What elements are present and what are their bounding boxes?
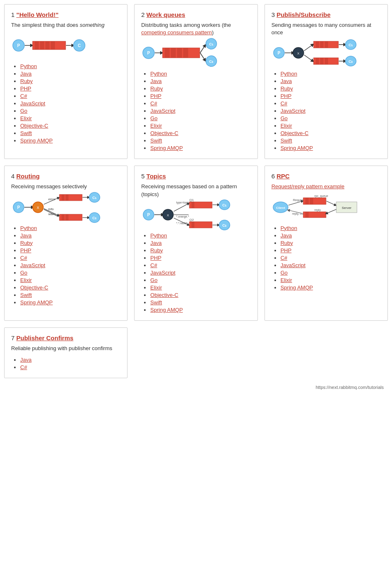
svg-rect-62: [66, 214, 68, 220]
lang-link-springamqp[interactable]: Spring AMQP: [150, 145, 183, 151]
lang-link-python[interactable]: Python: [281, 71, 297, 77]
lang-link-java[interactable]: Java: [20, 357, 31, 363]
card-title-link[interactable]: Work queues: [146, 11, 185, 18]
svg-text:C: C: [78, 43, 80, 48]
lang-link-elixir[interactable]: Elixir: [150, 284, 162, 291]
lang-list-5: PythonJavaRubyPHPC#JavaScriptGoElixirObj…: [141, 232, 250, 313]
lang-link-elixir[interactable]: Elixir: [150, 123, 162, 129]
list-item: PHP: [20, 247, 120, 254]
lang-link-ruby[interactable]: Ruby: [150, 85, 163, 92]
lang-link-swift[interactable]: Swift: [20, 130, 32, 136]
svg-rect-37: [316, 58, 319, 64]
lang-link-java[interactable]: Java: [281, 78, 292, 84]
lang-link-elixir[interactable]: Elixir: [20, 277, 32, 283]
lang-link-c[interactable]: C#: [281, 255, 288, 261]
lang-link-springamqp[interactable]: Spring AMQP: [150, 307, 183, 313]
list-item: Objective-C: [150, 130, 250, 136]
lang-link-c[interactable]: C#: [150, 100, 157, 107]
lang-link-springamqp[interactable]: Spring AMQP: [20, 137, 53, 144]
rpc-link[interactable]: Request/reply pattern example: [272, 183, 345, 190]
lang-link-javascript[interactable]: JavaScript: [20, 262, 45, 268]
lang-link-objectivec[interactable]: Objective-C: [150, 130, 178, 136]
lang-link-python[interactable]: Python: [150, 232, 167, 239]
svg-rect-61: [61, 214, 64, 220]
card-title-link[interactable]: RPC: [276, 173, 290, 180]
lang-link-python[interactable]: Python: [150, 71, 167, 77]
lang-link-python[interactable]: Python: [20, 225, 37, 231]
lang-link-swift[interactable]: Swift: [20, 292, 32, 298]
lang-link-javascript[interactable]: JavaScript: [150, 108, 175, 114]
lang-link-javascript[interactable]: JavaScript: [20, 100, 45, 107]
lang-link-ruby[interactable]: Ruby: [281, 240, 293, 246]
lang-link-objectivec[interactable]: Objective-C: [20, 284, 48, 291]
list-item: C#: [281, 100, 381, 107]
lang-link-go[interactable]: Go: [20, 108, 27, 114]
list-item: PHP: [281, 92, 381, 99]
lang-link-ruby[interactable]: Ruby: [20, 78, 33, 84]
lang-link-springamqp[interactable]: Spring AMQP: [20, 299, 53, 306]
lang-link-c[interactable]: C#: [281, 100, 288, 107]
lang-link-php[interactable]: PHP: [150, 93, 161, 99]
lang-link-php[interactable]: PHP: [281, 247, 292, 254]
lang-link-elixir[interactable]: Elixir: [20, 115, 32, 121]
lang-link-java[interactable]: Java: [20, 232, 31, 239]
lang-link-go[interactable]: Go: [150, 115, 157, 121]
lang-link-java[interactable]: Java: [150, 78, 161, 84]
lang-link-elixir[interactable]: Elixir: [281, 277, 292, 283]
empty-cell: [264, 327, 388, 378]
list-item: C#: [150, 100, 250, 107]
lang-link-java[interactable]: Java: [150, 240, 161, 246]
card-title-link[interactable]: Publish/Subscribe: [276, 11, 331, 18]
lang-link-php[interactable]: PHP: [281, 93, 292, 99]
card-number: 5: [141, 173, 146, 180]
lang-link-php[interactable]: PHP: [150, 255, 161, 261]
card-5: 5 Topics Receiving messages based on a p…: [134, 166, 257, 320]
lang-link-go[interactable]: Go: [20, 270, 27, 276]
card-1: 1 "Hello World!" The simplest thing that…: [4, 4, 128, 159]
list-item: Go: [281, 269, 381, 276]
svg-text:Request: Request: [293, 199, 304, 202]
lang-link-c[interactable]: C#: [20, 255, 27, 261]
lang-link-objectivec[interactable]: Objective-C: [20, 123, 48, 129]
card-title-link[interactable]: Topics: [146, 173, 166, 180]
card-title-link[interactable]: Publisher Confirms: [17, 334, 73, 341]
list-item: PHP: [150, 254, 250, 261]
lang-link-ruby[interactable]: Ruby: [281, 85, 293, 92]
lang-link-python[interactable]: Python: [281, 225, 297, 231]
lang-link-elixir[interactable]: Elixir: [281, 123, 292, 129]
footer-url: https://next.rabbitmq.com/tutorials: [4, 385, 388, 390]
lang-link-c[interactable]: C#: [20, 93, 27, 99]
lang-link-javascript[interactable]: JavaScript: [281, 108, 306, 114]
lang-link-springamqp[interactable]: Spring AMQP: [281, 145, 313, 151]
svg-text:info: info: [48, 207, 54, 211]
bottom-grid: 7 Publisher Confirms Reliable publishing…: [4, 327, 388, 378]
svg-text:C₁: C₁: [209, 42, 214, 46]
svg-rect-16: [171, 48, 176, 58]
lang-link-go[interactable]: Go: [150, 277, 157, 283]
list-item: Elixir: [20, 277, 120, 283]
lang-link-ruby[interactable]: Ruby: [20, 240, 33, 246]
lang-link-java[interactable]: Java: [20, 71, 31, 77]
lang-link-java[interactable]: Java: [281, 232, 292, 239]
lang-link-c[interactable]: C#: [150, 262, 157, 268]
lang-link-javascript[interactable]: JavaScript: [150, 270, 175, 276]
card-title-link[interactable]: Routing: [17, 173, 40, 180]
lang-link-php[interactable]: PHP: [20, 247, 31, 254]
lang-link-c#[interactable]: C#: [20, 364, 27, 370]
lang-link-go[interactable]: Go: [281, 115, 288, 121]
lang-link-objectivec[interactable]: Objective-C: [150, 292, 178, 298]
list-item: PHP: [150, 92, 250, 99]
lang-link-php[interactable]: PHP: [20, 85, 31, 92]
card-title-link[interactable]: "Hello World!": [17, 11, 59, 18]
lang-link-go[interactable]: Go: [281, 270, 288, 276]
lang-link-swift[interactable]: Swift: [281, 137, 292, 144]
lang-link-swift[interactable]: Swift: [150, 299, 162, 306]
lang-link-objectivec[interactable]: Objective-C: [281, 130, 309, 136]
competing-consumers-link[interactable]: competing consumers pattern: [141, 29, 212, 36]
svg-rect-85: [191, 222, 194, 228]
lang-link-python[interactable]: Python: [20, 63, 37, 69]
lang-link-javascript[interactable]: JavaScript: [281, 262, 306, 268]
lang-link-swift[interactable]: Swift: [150, 137, 162, 144]
lang-link-ruby[interactable]: Ruby: [150, 247, 163, 254]
lang-link-springamqp[interactable]: Spring AMQP: [281, 284, 313, 291]
